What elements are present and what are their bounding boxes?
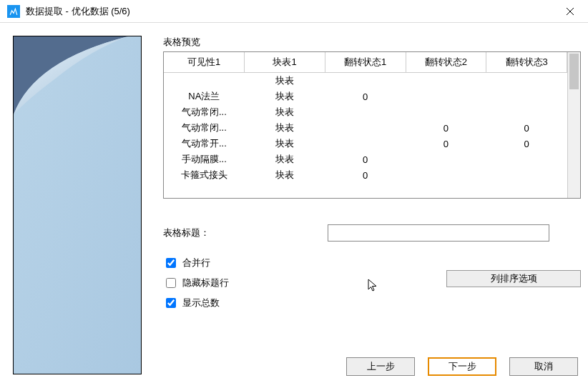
table-row[interactable]: 气动常闭...块表 [164,104,567,120]
table-cell: 0 [486,136,567,151]
table-cell [406,151,486,167]
table-cell: 块表 [245,89,325,104]
table-cell: 0 [325,89,406,104]
table-row[interactable]: 块表 [164,73,567,89]
footer-buttons: 上一步 下一步 取消 [346,357,578,376]
table-cell: NA法兰 [164,89,245,104]
hide-title-row-checkbox[interactable]: 隐藏标题行 [163,276,446,290]
table-row[interactable]: 气动常开...块表00 [164,136,567,151]
table-cell: 0 [406,120,486,136]
table-cell [486,73,567,89]
preview-pane [13,36,142,374]
table-cell: 0 [325,151,406,167]
table-cell [486,167,567,183]
window-title: 数据提取 - 优化数据 (5/6) [26,5,559,18]
prev-button[interactable]: 上一步 [346,357,415,376]
table-cell: 块表 [245,167,325,183]
table-cell: 气动常闭... [164,120,245,136]
table-cell: 0 [325,167,406,183]
col-header[interactable]: 翻转状态1 [325,52,406,73]
cancel-button[interactable]: 取消 [509,357,578,376]
table-cell: 手动隔膜... [164,151,245,167]
table-cell [486,151,567,167]
table-title-input[interactable] [328,224,549,242]
merge-rows-checkbox[interactable]: 合并行 [163,256,446,270]
table-preview-label: 表格预览 [163,36,581,49]
table-cell: 块表 [245,120,325,136]
table-cell: 块表 [245,151,325,167]
titlebar: 数据提取 - 优化数据 (5/6) [0,0,588,23]
table-cell [325,136,406,151]
column-sort-options-button[interactable]: 列排序选项 [446,270,581,287]
close-button[interactable] [559,1,581,22]
table-cell [406,73,486,89]
table-cell [325,73,406,89]
table-cell: 0 [406,136,486,151]
next-button[interactable]: 下一步 [428,357,496,376]
table-cell [486,89,567,104]
table-cell [164,73,245,89]
table-row[interactable]: 气动常闭...块表00 [164,120,567,136]
table-cell: 卡箍式接头 [164,167,245,183]
table-cell: 气动常闭... [164,104,245,120]
table-cell: 块表 [245,136,325,151]
table-cell: 块表 [245,73,325,89]
show-total-checkbox[interactable]: 显示总数 [163,296,446,310]
table-cell [325,120,406,136]
table-cell [486,104,567,120]
col-header[interactable]: 块表1 [245,52,325,73]
table-cell [406,89,486,104]
table-cell [325,104,406,120]
col-header[interactable]: 翻转状态2 [406,52,486,73]
table-cell: 气动常开... [164,136,245,151]
table-cell [406,167,486,183]
app-icon [7,5,20,18]
col-header[interactable]: 可见性1 [164,52,245,73]
col-header[interactable]: 翻转状态3 [486,52,567,73]
table-cell: 0 [486,120,567,136]
table-cell: 块表 [245,104,325,120]
table-row[interactable]: 手动隔膜...块表0 [164,151,567,167]
vertical-scrollbar[interactable] [567,52,580,198]
table-row[interactable]: 卡箍式接头块表0 [164,167,567,183]
scrollbar-thumb[interactable] [569,54,579,89]
table-preview: 可见性1 块表1 翻转状态1 翻转状态2 翻转状态3 块表NA法兰块表0气动常闭… [163,51,581,199]
table-row[interactable]: NA法兰块表0 [164,89,567,104]
table-cell [406,104,486,120]
table-title-label: 表格标题： [163,227,328,239]
